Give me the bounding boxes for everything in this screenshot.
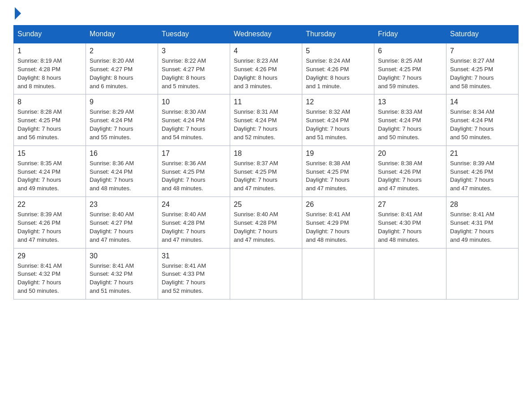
page-header — [13, 9, 519, 18]
day-info: Sunrise: 8:33 AMSunset: 4:24 PMDaylight:… — [378, 108, 442, 141]
calendar-cell: 12Sunrise: 8:32 AMSunset: 4:24 PMDayligh… — [302, 94, 374, 146]
calendar-cell: 26Sunrise: 8:41 AMSunset: 4:29 PMDayligh… — [302, 197, 374, 248]
day-number: 9 — [90, 98, 154, 106]
calendar-week-row: 29Sunrise: 8:41 AMSunset: 4:32 PMDayligh… — [14, 248, 519, 299]
day-number: 7 — [450, 47, 515, 55]
day-info: Sunrise: 8:24 AMSunset: 4:26 PMDaylight:… — [306, 57, 370, 90]
calendar-cell: 21Sunrise: 8:39 AMSunset: 4:26 PMDayligh… — [446, 146, 519, 197]
day-number: 19 — [306, 150, 370, 158]
day-info: Sunrise: 8:23 AMSunset: 4:26 PMDaylight:… — [234, 57, 298, 90]
day-info: Sunrise: 8:38 AMSunset: 4:25 PMDaylight:… — [306, 159, 370, 193]
day-number: 6 — [378, 47, 442, 55]
calendar-cell: 9Sunrise: 8:29 AMSunset: 4:24 PMDaylight… — [86, 94, 158, 146]
calendar-cell: 31Sunrise: 8:41 AMSunset: 4:33 PMDayligh… — [158, 248, 230, 299]
calendar-cell: 15Sunrise: 8:35 AMSunset: 4:24 PMDayligh… — [14, 146, 86, 197]
calendar-cell: 11Sunrise: 8:31 AMSunset: 4:24 PMDayligh… — [230, 94, 302, 146]
day-number: 4 — [234, 47, 298, 55]
day-info: Sunrise: 8:39 AMSunset: 4:26 PMDaylight:… — [450, 159, 515, 193]
calendar-cell: 3Sunrise: 8:22 AMSunset: 4:27 PMDaylight… — [158, 43, 230, 94]
day-info: Sunrise: 8:37 AMSunset: 4:25 PMDaylight:… — [234, 159, 298, 193]
day-number: 11 — [234, 98, 298, 106]
day-number: 3 — [162, 47, 226, 55]
calendar-cell: 2Sunrise: 8:20 AMSunset: 4:27 PMDaylight… — [86, 43, 158, 94]
day-number: 26 — [306, 201, 370, 209]
logo — [13, 9, 21, 18]
day-info: Sunrise: 8:34 AMSunset: 4:24 PMDaylight:… — [450, 108, 515, 141]
calendar-table: SundayMondayTuesdayWednesdayThursdayFrid… — [13, 25, 519, 300]
day-number: 27 — [378, 201, 442, 209]
day-info: Sunrise: 8:25 AMSunset: 4:25 PMDaylight:… — [378, 57, 442, 90]
calendar-cell: 17Sunrise: 8:36 AMSunset: 4:25 PMDayligh… — [158, 146, 230, 197]
calendar-cell: 20Sunrise: 8:38 AMSunset: 4:26 PMDayligh… — [374, 146, 446, 197]
day-info: Sunrise: 8:41 AMSunset: 4:33 PMDaylight:… — [162, 262, 226, 295]
calendar-cell: 29Sunrise: 8:41 AMSunset: 4:32 PMDayligh… — [14, 248, 86, 299]
calendar-cell: 6Sunrise: 8:25 AMSunset: 4:25 PMDaylight… — [374, 43, 446, 94]
calendar-cell: 30Sunrise: 8:41 AMSunset: 4:32 PMDayligh… — [86, 248, 158, 299]
calendar-cell: 10Sunrise: 8:30 AMSunset: 4:24 PMDayligh… — [158, 94, 230, 146]
day-number: 17 — [162, 150, 226, 158]
weekday-header-thursday: Thursday — [302, 26, 374, 43]
calendar-cell — [446, 248, 519, 299]
day-number: 22 — [17, 201, 82, 209]
calendar-cell: 19Sunrise: 8:38 AMSunset: 4:25 PMDayligh… — [302, 146, 374, 197]
day-info: Sunrise: 8:41 AMSunset: 4:32 PMDaylight:… — [17, 262, 82, 295]
day-info: Sunrise: 8:29 AMSunset: 4:24 PMDaylight:… — [90, 108, 154, 141]
day-number: 23 — [90, 201, 154, 209]
day-number: 13 — [378, 98, 442, 106]
day-number: 25 — [234, 201, 298, 209]
day-number: 21 — [450, 150, 515, 158]
calendar-cell: 25Sunrise: 8:40 AMSunset: 4:28 PMDayligh… — [230, 197, 302, 248]
calendar-cell: 8Sunrise: 8:28 AMSunset: 4:25 PMDaylight… — [14, 94, 86, 146]
day-info: Sunrise: 8:22 AMSunset: 4:27 PMDaylight:… — [162, 57, 226, 90]
day-info: Sunrise: 8:40 AMSunset: 4:27 PMDaylight:… — [90, 210, 154, 244]
calendar-week-row: 15Sunrise: 8:35 AMSunset: 4:24 PMDayligh… — [14, 146, 519, 197]
day-number: 28 — [450, 201, 515, 209]
weekday-header-saturday: Saturday — [446, 26, 519, 43]
day-info: Sunrise: 8:41 AMSunset: 4:29 PMDaylight:… — [306, 210, 370, 244]
calendar-week-row: 1Sunrise: 8:19 AMSunset: 4:28 PMDaylight… — [14, 43, 519, 94]
day-number: 30 — [90, 252, 154, 260]
day-number: 24 — [162, 201, 226, 209]
day-info: Sunrise: 8:36 AMSunset: 4:24 PMDaylight:… — [90, 159, 154, 193]
day-info: Sunrise: 8:40 AMSunset: 4:28 PMDaylight:… — [234, 210, 298, 244]
weekday-header-wednesday: Wednesday — [230, 26, 302, 43]
day-info: Sunrise: 8:27 AMSunset: 4:25 PMDaylight:… — [450, 57, 515, 90]
day-number: 16 — [90, 150, 154, 158]
logo-triangle-icon — [15, 7, 21, 20]
calendar-cell: 4Sunrise: 8:23 AMSunset: 4:26 PMDaylight… — [230, 43, 302, 94]
weekday-header-row: SundayMondayTuesdayWednesdayThursdayFrid… — [14, 26, 519, 43]
day-number: 10 — [162, 98, 226, 106]
calendar-cell: 24Sunrise: 8:40 AMSunset: 4:28 PMDayligh… — [158, 197, 230, 248]
day-number: 2 — [90, 47, 154, 55]
calendar-cell: 18Sunrise: 8:37 AMSunset: 4:25 PMDayligh… — [230, 146, 302, 197]
day-info: Sunrise: 8:41 AMSunset: 4:32 PMDaylight:… — [90, 262, 154, 295]
day-number: 20 — [378, 150, 442, 158]
day-number: 8 — [17, 98, 82, 106]
calendar-cell — [230, 248, 302, 299]
weekday-header-sunday: Sunday — [14, 26, 86, 43]
calendar-week-row: 8Sunrise: 8:28 AMSunset: 4:25 PMDaylight… — [14, 94, 519, 146]
calendar-cell: 16Sunrise: 8:36 AMSunset: 4:24 PMDayligh… — [86, 146, 158, 197]
day-number: 5 — [306, 47, 370, 55]
day-number: 18 — [234, 150, 298, 158]
day-info: Sunrise: 8:28 AMSunset: 4:25 PMDaylight:… — [17, 108, 82, 141]
calendar-cell: 5Sunrise: 8:24 AMSunset: 4:26 PMDaylight… — [302, 43, 374, 94]
calendar-cell — [374, 248, 446, 299]
day-info: Sunrise: 8:36 AMSunset: 4:25 PMDaylight:… — [162, 159, 226, 193]
calendar-cell: 23Sunrise: 8:40 AMSunset: 4:27 PMDayligh… — [86, 197, 158, 248]
calendar-week-row: 22Sunrise: 8:39 AMSunset: 4:26 PMDayligh… — [14, 197, 519, 248]
calendar-cell: 1Sunrise: 8:19 AMSunset: 4:28 PMDaylight… — [14, 43, 86, 94]
day-info: Sunrise: 8:41 AMSunset: 4:30 PMDaylight:… — [378, 210, 442, 244]
calendar-cell: 7Sunrise: 8:27 AMSunset: 4:25 PMDaylight… — [446, 43, 519, 94]
day-info: Sunrise: 8:30 AMSunset: 4:24 PMDaylight:… — [162, 108, 226, 141]
day-info: Sunrise: 8:41 AMSunset: 4:31 PMDaylight:… — [450, 210, 515, 244]
day-number: 31 — [162, 252, 226, 260]
calendar-cell — [302, 248, 374, 299]
day-info: Sunrise: 8:20 AMSunset: 4:27 PMDaylight:… — [90, 57, 154, 90]
day-info: Sunrise: 8:31 AMSunset: 4:24 PMDaylight:… — [234, 108, 298, 141]
day-number: 29 — [17, 252, 82, 260]
day-number: 12 — [306, 98, 370, 106]
day-number: 1 — [17, 47, 82, 55]
calendar-cell: 14Sunrise: 8:34 AMSunset: 4:24 PMDayligh… — [446, 94, 519, 146]
calendar-cell: 13Sunrise: 8:33 AMSunset: 4:24 PMDayligh… — [374, 94, 446, 146]
